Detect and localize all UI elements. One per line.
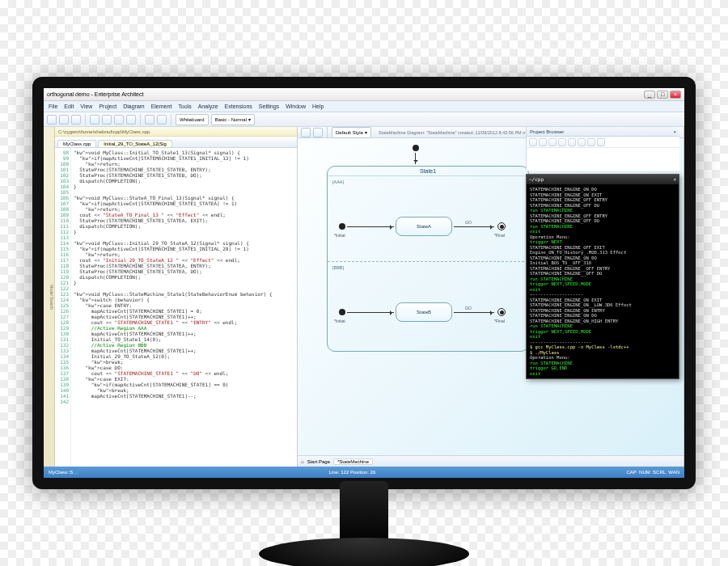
monitor-stand-base [259,538,469,566]
console-title-text: ~/cpp [529,177,544,183]
copy-icon[interactable] [114,115,124,125]
transition-arrow [347,226,394,227]
new-element-icon[interactable] [548,138,557,146]
project-browser-label: Project Browser [530,129,564,134]
file-path-bar: C:\cygwin\home\shebrad\cpp\MyClass.cpp [55,127,297,137]
workspace: Model Search C:\cygwin\home\shebrad\cpp\… [44,127,684,467]
console-titlebar: ~/cpp × [527,175,679,184]
home-icon[interactable]: ⌂ [301,459,304,464]
region-label: [AAA] [332,180,344,184]
paste-icon[interactable] [126,115,136,125]
editor-tab[interactable]: Initial_29_TO_StateA_12(Sig [98,140,172,147]
diagram-style-dropdown[interactable]: Default Style ▾ [332,127,371,138]
state-node[interactable]: StateA [396,217,452,236]
redo-icon[interactable] [157,115,167,125]
final-label: *Final [494,319,505,323]
initial-pseudostate-icon[interactable] [413,145,419,151]
toolbar-separator [327,127,328,138]
toolbar-separator [140,114,141,125]
status-left: MyClass::S… [49,470,78,475]
code-body[interactable]: 98 99 100 101 102 103 104 105 106 107 10… [55,148,297,467]
console-close-icon[interactable]: × [673,177,676,183]
menu-diagram[interactable]: Diagram [123,103,144,109]
print-icon[interactable] [90,115,99,125]
menu-tools[interactable]: Tools [178,103,191,109]
initial-label: *Initial [334,233,345,238]
menu-element[interactable]: Element [151,103,172,109]
state-title: State1 [328,167,528,176]
menu-window[interactable]: Window [286,103,306,109]
line-number-gutter: 98 99 100 101 102 103 104 105 106 107 10… [55,148,71,467]
style-dropdown-value: Basic - Normal [215,117,247,122]
console-window[interactable]: ~/cpp × STATEMACHINE_ENGINE_ON_DOSTATEMA… [526,174,679,379]
new-package-icon[interactable] [529,138,537,146]
transition-arrow [454,312,494,313]
search-icon[interactable] [558,138,566,146]
refresh-icon[interactable] [587,138,595,146]
new-icon[interactable] [47,115,57,125]
style-dropdown[interactable]: Basic - Normal ▾ [211,114,255,125]
project-browser-title: Project Browser × [527,127,679,137]
status-indicators: CAP NUM SCRL WAN [626,470,679,475]
close-button[interactable]: × [670,91,681,99]
region-bbb: [BBB] *Initial StateB GO *Final [328,262,528,348]
close-icon[interactable]: × [673,129,676,134]
menu-file[interactable]: File [49,103,57,109]
menu-help[interactable]: Help [312,103,324,109]
down-icon[interactable] [578,138,586,146]
status-position: Line: 122 Position: 26 [329,470,376,475]
transition-arrow [415,153,416,164]
num-indicator: NUM [639,470,650,475]
scrl-indicator: SCRL [653,470,666,475]
tab-start-page[interactable]: Start Page [307,459,330,464]
menu-view[interactable]: View [80,103,92,109]
final-pseudostate-icon[interactable] [497,222,506,230]
main-toolbar: Whiteboard Basic - Normal ▾ [44,112,684,127]
final-pseudostate-icon[interactable] [497,308,506,316]
transition-arrow [454,226,494,227]
region-aaa: [AAA] *Initial StateA GO *Final [328,176,528,262]
monitor-stand-neck [340,481,388,546]
up-icon[interactable] [568,138,576,146]
initial-label: *Initial [334,319,345,323]
maximize-button[interactable]: □ [657,91,668,99]
initial-pseudostate-icon[interactable] [339,223,345,230]
chevron-down-icon: ▾ [365,129,367,135]
pan-icon[interactable] [313,128,323,137]
menu-extensions[interactable]: Extensions [225,103,252,109]
tab-statemachine[interactable]: *StateMachine [333,458,373,465]
code-text[interactable]: "kw">void MyClass::Initial_TO_State1_13(… [71,148,297,467]
state-node[interactable]: StateB [396,302,452,322]
transition-label: GO [465,220,472,225]
open-icon[interactable] [59,115,69,125]
editor-tab[interactable]: MyClass.cpp [57,140,96,147]
transition-label: GO [465,306,472,310]
menu-edit[interactable]: Edit [64,103,74,109]
toolbar-separator [85,114,86,125]
caps-indicator: CAP [626,470,636,475]
undo-icon[interactable] [145,115,154,125]
state-label: StateB [417,310,431,315]
initial-pseudostate-icon[interactable] [339,309,345,315]
window-title: orthogonal demo - Enterprise Architect [47,91,143,97]
cut-icon[interactable] [102,115,112,125]
minimize-button[interactable]: _ [644,91,655,99]
region-label: [BBB] [332,265,344,270]
new-diagram-icon[interactable] [539,138,547,146]
save-icon[interactable] [71,115,81,125]
sidebar-tab[interactable]: Model Search [44,127,55,467]
composite-state[interactable]: State1 [AAA] *Initial StateA GO [327,166,529,352]
window-titlebar: orthogonal demo - Enterprise Architect _… [44,88,684,101]
zoom-icon[interactable] [301,128,311,137]
toolbar-separator [171,114,171,125]
statusbar: MyClass::S… Line: 122 Position: 26 CAP N… [44,467,684,478]
diagram-tabs: ⌂ Start Page *StateMachine [298,455,684,467]
final-label: *Final [494,233,505,238]
menu-analyze[interactable]: Analyze [198,103,218,109]
menubar: FileEditViewProjectDiagramElementToolsAn… [44,101,684,112]
menu-settings[interactable]: Settings [259,103,279,109]
console-output[interactable]: STATEMACHINE_ENGINE_ON_DOSTATEMACHINE_EN… [527,184,679,378]
gear-icon[interactable] [597,138,605,146]
monitor-frame: orthogonal demo - Enterprise Architect _… [32,77,696,489]
menu-project[interactable]: Project [99,103,116,109]
